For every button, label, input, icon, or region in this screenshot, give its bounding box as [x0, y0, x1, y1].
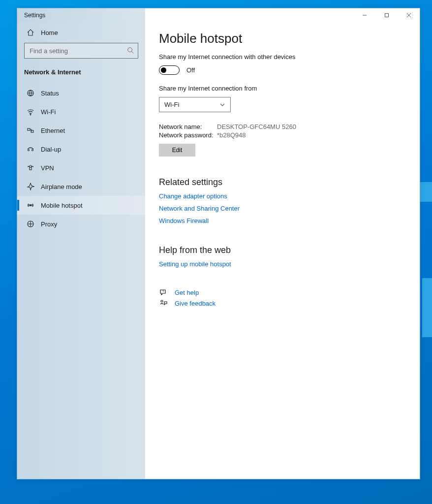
share-from-label: Share my Internet connection from: [159, 85, 406, 92]
maximize-icon: [384, 13, 389, 18]
sidebar-item-label: Proxy: [41, 220, 57, 228]
link-setup-hotspot[interactable]: Setting up mobile hotspot: [159, 260, 406, 268]
sidebar-home-label: Home: [41, 29, 58, 36]
sidebar-item-ethernet[interactable]: Ethernet: [17, 121, 145, 140]
airplane-icon: [26, 182, 35, 191]
share-from-dropdown[interactable]: Wi-Fi: [159, 97, 231, 112]
sidebar-item-vpn[interactable]: VPN: [17, 158, 145, 177]
search-input[interactable]: [29, 47, 127, 55]
link-network-sharing[interactable]: Network and Sharing Center: [159, 205, 406, 212]
sidebar-item-status[interactable]: Status: [17, 84, 145, 102]
sidebar-home[interactable]: Home: [17, 22, 145, 43]
help-heading: Help from the web: [159, 245, 406, 255]
maximize-button[interactable]: [375, 8, 398, 22]
svg-point-19: [161, 300, 163, 302]
network-password-value: *b28Q948: [217, 131, 246, 139]
minimize-icon: [362, 13, 367, 18]
network-password-label: Network password:: [159, 131, 217, 139]
proxy-icon: [26, 220, 35, 228]
window-title: Settings: [24, 12, 45, 19]
dialup-icon: [26, 145, 35, 154]
main-content: Mobile hotspot Share my Internet connect…: [145, 22, 420, 479]
close-icon: [406, 13, 411, 18]
vpn-icon: [26, 163, 35, 172]
page-title: Mobile hotspot: [159, 31, 406, 46]
related-settings-heading: Related settings: [159, 177, 406, 188]
svg-point-14: [30, 205, 31, 206]
link-firewall[interactable]: Windows Firewall: [159, 217, 406, 224]
wallpaper-decoration: [418, 182, 432, 202]
hotspot-icon: [26, 201, 35, 210]
sidebar-item-label: Airplane mode: [41, 183, 82, 190]
share-toggle-state: Off: [186, 66, 195, 74]
svg-rect-9: [28, 128, 30, 130]
feedback-icon: [159, 299, 168, 307]
share-toggle[interactable]: [159, 65, 180, 75]
sidebar-item-airplane[interactable]: Airplane mode: [17, 177, 145, 196]
svg-text:?: ?: [162, 290, 164, 293]
share-from-value: Wi-Fi: [164, 101, 179, 108]
sidebar-item-label: Ethernet: [41, 127, 65, 134]
svg-point-11: [28, 150, 30, 151]
svg-point-4: [128, 47, 132, 52]
search-box[interactable]: [24, 43, 138, 59]
settings-window: Settings Home: [17, 8, 420, 479]
svg-line-5: [132, 51, 134, 53]
sidebar-item-label: Wi-Fi: [41, 108, 56, 116]
wifi-icon: [26, 107, 35, 116]
home-icon: [26, 28, 35, 37]
wallpaper-decoration: [422, 278, 432, 337]
edit-button[interactable]: Edit: [159, 144, 195, 157]
close-button[interactable]: [398, 8, 420, 22]
get-help-row[interactable]: ? Get help: [159, 288, 406, 296]
sidebar-item-hotspot[interactable]: Mobile hotspot: [17, 196, 145, 215]
svg-point-12: [32, 150, 33, 151]
sidebar: Home Network & Internet Status Wi-Fi: [17, 22, 145, 479]
window-buttons: [353, 8, 420, 22]
ethernet-icon: [26, 126, 35, 135]
titlebar: Settings: [17, 8, 420, 22]
sidebar-item-proxy[interactable]: Proxy: [17, 215, 145, 233]
search-icon: [127, 47, 134, 55]
share-connection-label: Share my Internet connection with other …: [159, 53, 406, 61]
svg-rect-13: [30, 167, 31, 170]
svg-point-8: [30, 114, 31, 115]
give-feedback-row[interactable]: Give feedback: [159, 299, 406, 307]
get-help-icon: ?: [159, 288, 168, 296]
sidebar-item-label: Status: [41, 90, 59, 97]
sidebar-item-dialup[interactable]: Dial-up: [17, 140, 145, 158]
give-feedback-link[interactable]: Give feedback: [175, 300, 216, 307]
link-change-adapter[interactable]: Change adapter options: [159, 192, 406, 200]
status-icon: [26, 89, 35, 97]
network-name-value: DESKTOP-GFC64MU 5260: [217, 123, 296, 130]
sidebar-item-wifi[interactable]: Wi-Fi: [17, 102, 145, 121]
get-help-link[interactable]: Get help: [175, 289, 199, 296]
svg-rect-1: [385, 14, 388, 17]
chevron-down-icon: [219, 102, 225, 108]
minimize-button[interactable]: [353, 8, 375, 22]
network-name-label: Network name:: [159, 123, 217, 130]
sidebar-item-label: Mobile hotspot: [41, 202, 83, 209]
sidebar-item-label: Dial-up: [41, 146, 61, 153]
sidebar-item-label: VPN: [41, 164, 54, 172]
sidebar-category: Network & Internet: [17, 63, 145, 84]
